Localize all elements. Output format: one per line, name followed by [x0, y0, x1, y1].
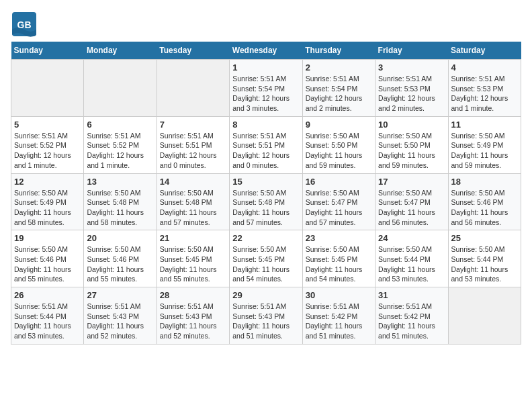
calendar-cell: 21Sunrise: 5:50 AMSunset: 5:45 PMDayligh… — [157, 230, 229, 287]
calendar-cell: 22Sunrise: 5:50 AMSunset: 5:45 PMDayligh… — [230, 230, 302, 287]
calendar-cell: 12Sunrise: 5:50 AMSunset: 5:49 PMDayligh… — [11, 173, 84, 230]
day-number: 7 — [160, 120, 226, 130]
day-info: Sunrise: 5:51 AMSunset: 5:53 PMDaylight:… — [378, 74, 445, 113]
header-sunday: Sunday — [11, 42, 84, 60]
header-monday: Monday — [84, 42, 157, 60]
day-number: 25 — [451, 233, 518, 243]
calendar-cell: 15Sunrise: 5:50 AMSunset: 5:48 PMDayligh… — [230, 173, 302, 230]
calendar-cell: 29Sunrise: 5:51 AMSunset: 5:43 PMDayligh… — [230, 287, 302, 345]
day-info: Sunrise: 5:50 AMSunset: 5:45 PMDaylight:… — [160, 244, 226, 284]
day-info: Sunrise: 5:50 AMSunset: 5:45 PMDaylight:… — [232, 244, 299, 284]
day-number: 14 — [160, 177, 226, 187]
day-info: Sunrise: 5:51 AMSunset: 5:42 PMDaylight:… — [378, 302, 445, 341]
day-info: Sunrise: 5:50 AMSunset: 5:48 PMDaylight:… — [232, 188, 299, 228]
calendar-cell: 30Sunrise: 5:51 AMSunset: 5:42 PMDayligh… — [302, 287, 375, 345]
day-number: 31 — [378, 290, 445, 300]
calendar-cell: 10Sunrise: 5:50 AMSunset: 5:50 PMDayligh… — [375, 116, 448, 173]
calendar-cell: 31Sunrise: 5:51 AMSunset: 5:42 PMDayligh… — [375, 287, 448, 345]
day-number: 3 — [378, 62, 445, 73]
calendar-cell: 25Sunrise: 5:50 AMSunset: 5:44 PMDayligh… — [448, 230, 521, 287]
calendar-cell: 14Sunrise: 5:50 AMSunset: 5:48 PMDayligh… — [157, 173, 229, 230]
day-info: Sunrise: 5:50 AMSunset: 5:46 PMDaylight:… — [14, 244, 81, 284]
day-info: Sunrise: 5:51 AMSunset: 5:43 PMDaylight:… — [232, 302, 299, 341]
calendar-cell: 24Sunrise: 5:50 AMSunset: 5:44 PMDayligh… — [375, 230, 448, 287]
day-info: Sunrise: 5:51 AMSunset: 5:43 PMDaylight:… — [87, 302, 153, 341]
day-info: Sunrise: 5:51 AMSunset: 5:54 PMDaylight:… — [306, 74, 372, 113]
day-info: Sunrise: 5:50 AMSunset: 5:47 PMDaylight:… — [306, 188, 372, 228]
header-friday: Friday — [375, 42, 448, 60]
day-info: Sunrise: 5:51 AMSunset: 5:51 PMDaylight:… — [232, 131, 299, 171]
day-number: 1 — [232, 62, 299, 73]
day-number: 13 — [87, 177, 153, 187]
logo: GB — [11, 11, 38, 35]
calendar-cell — [84, 60, 157, 117]
day-info: Sunrise: 5:51 AMSunset: 5:42 PMDaylight:… — [306, 302, 372, 341]
logo-icon: GB — [11, 11, 35, 35]
day-number: 2 — [306, 62, 372, 73]
day-info: Sunrise: 5:50 AMSunset: 5:50 PMDaylight:… — [306, 131, 372, 171]
day-number: 15 — [232, 177, 299, 187]
day-info: Sunrise: 5:50 AMSunset: 5:49 PMDaylight:… — [14, 188, 81, 228]
day-number: 29 — [232, 290, 299, 300]
header-saturday: Saturday — [448, 42, 521, 60]
calendar-cell: 9Sunrise: 5:50 AMSunset: 5:50 PMDaylight… — [302, 116, 375, 173]
calendar-table: SundayMondayTuesdayWednesdayThursdayFrid… — [11, 42, 521, 345]
calendar-cell: 7Sunrise: 5:51 AMSunset: 5:51 PMDaylight… — [157, 116, 229, 173]
day-number: 23 — [306, 233, 372, 243]
day-number: 22 — [232, 233, 299, 243]
day-number: 5 — [14, 120, 81, 130]
day-number: 9 — [306, 120, 372, 130]
calendar-week-5: 26Sunrise: 5:51 AMSunset: 5:44 PMDayligh… — [11, 287, 521, 345]
day-info: Sunrise: 5:50 AMSunset: 5:48 PMDaylight:… — [87, 188, 153, 228]
header-thursday: Thursday — [302, 42, 375, 60]
day-number: 19 — [14, 233, 81, 243]
calendar-week-1: 1Sunrise: 5:51 AMSunset: 5:54 PMDaylight… — [11, 60, 521, 117]
calendar-cell — [448, 287, 521, 345]
calendar-header-row: SundayMondayTuesdayWednesdayThursdayFrid… — [11, 42, 521, 60]
day-number: 12 — [14, 177, 81, 187]
day-number: 10 — [378, 120, 445, 130]
calendar-cell: 26Sunrise: 5:51 AMSunset: 5:44 PMDayligh… — [11, 287, 84, 345]
calendar-cell: 20Sunrise: 5:50 AMSunset: 5:46 PMDayligh… — [84, 230, 157, 287]
day-info: Sunrise: 5:51 AMSunset: 5:52 PMDaylight:… — [87, 131, 153, 171]
calendar-cell: 4Sunrise: 5:51 AMSunset: 5:53 PMDaylight… — [448, 60, 521, 117]
day-info: Sunrise: 5:50 AMSunset: 5:45 PMDaylight:… — [306, 244, 372, 284]
day-info: Sunrise: 5:50 AMSunset: 5:44 PMDaylight:… — [451, 244, 518, 284]
day-info: Sunrise: 5:50 AMSunset: 5:47 PMDaylight:… — [378, 188, 445, 228]
calendar-week-3: 12Sunrise: 5:50 AMSunset: 5:49 PMDayligh… — [11, 173, 521, 230]
calendar-cell: 16Sunrise: 5:50 AMSunset: 5:47 PMDayligh… — [302, 173, 375, 230]
day-number: 18 — [451, 177, 518, 187]
day-number: 16 — [306, 177, 372, 187]
calendar-week-2: 5Sunrise: 5:51 AMSunset: 5:52 PMDaylight… — [11, 116, 521, 173]
calendar-cell: 11Sunrise: 5:50 AMSunset: 5:49 PMDayligh… — [448, 116, 521, 173]
day-info: Sunrise: 5:50 AMSunset: 5:46 PMDaylight:… — [87, 244, 153, 284]
header-wednesday: Wednesday — [230, 42, 302, 60]
calendar-cell: 8Sunrise: 5:51 AMSunset: 5:51 PMDaylight… — [230, 116, 302, 173]
calendar-cell: 5Sunrise: 5:51 AMSunset: 5:52 PMDaylight… — [11, 116, 84, 173]
day-info: Sunrise: 5:50 AMSunset: 5:49 PMDaylight:… — [451, 131, 518, 171]
day-number: 24 — [378, 233, 445, 243]
day-info: Sunrise: 5:50 AMSunset: 5:48 PMDaylight:… — [160, 188, 226, 228]
calendar-cell: 2Sunrise: 5:51 AMSunset: 5:54 PMDaylight… — [302, 60, 375, 117]
page-header: GB — [11, 11, 521, 35]
calendar-cell: 17Sunrise: 5:50 AMSunset: 5:47 PMDayligh… — [375, 173, 448, 230]
calendar-cell: 27Sunrise: 5:51 AMSunset: 5:43 PMDayligh… — [84, 287, 157, 345]
header-tuesday: Tuesday — [157, 42, 229, 60]
day-info: Sunrise: 5:51 AMSunset: 5:44 PMDaylight:… — [14, 302, 81, 341]
calendar-week-4: 19Sunrise: 5:50 AMSunset: 5:46 PMDayligh… — [11, 230, 521, 287]
day-info: Sunrise: 5:51 AMSunset: 5:54 PMDaylight:… — [232, 74, 299, 113]
calendar-cell: 19Sunrise: 5:50 AMSunset: 5:46 PMDayligh… — [11, 230, 84, 287]
day-info: Sunrise: 5:51 AMSunset: 5:52 PMDaylight:… — [14, 131, 81, 171]
calendar-cell: 23Sunrise: 5:50 AMSunset: 5:45 PMDayligh… — [302, 230, 375, 287]
day-number: 28 — [160, 290, 226, 300]
day-number: 20 — [87, 233, 153, 243]
day-number: 30 — [306, 290, 372, 300]
day-number: 11 — [451, 120, 518, 130]
calendar-cell — [157, 60, 229, 117]
day-info: Sunrise: 5:50 AMSunset: 5:46 PMDaylight:… — [451, 188, 518, 228]
calendar-cell: 18Sunrise: 5:50 AMSunset: 5:46 PMDayligh… — [448, 173, 521, 230]
day-number: 8 — [232, 120, 299, 130]
day-number: 21 — [160, 233, 226, 243]
day-number: 27 — [87, 290, 153, 300]
calendar-cell: 6Sunrise: 5:51 AMSunset: 5:52 PMDaylight… — [84, 116, 157, 173]
